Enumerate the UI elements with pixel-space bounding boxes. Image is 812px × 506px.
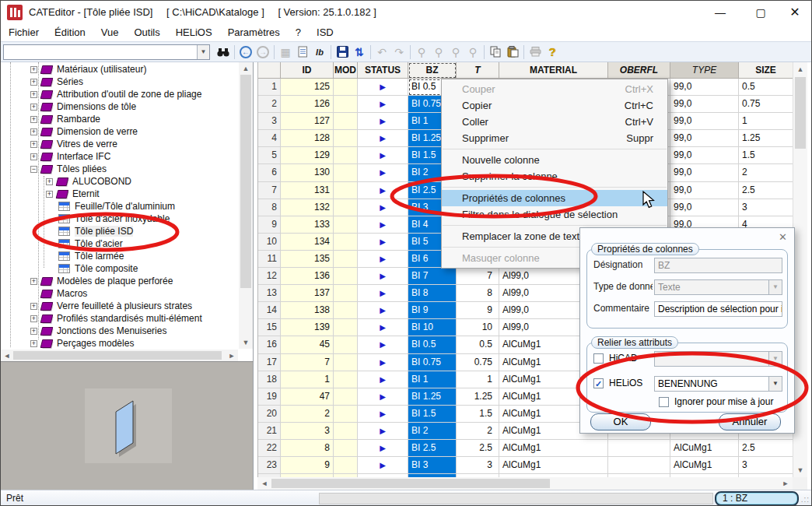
tree-item-t-le-d-acier-inoxydable[interactable]: Tôle d'acier inoxydable — [1, 213, 238, 225]
bz-cell[interactable]: BI 8 — [408, 285, 457, 302]
scroll-up-icon[interactable]: ▲ — [239, 65, 253, 72]
column-header-size[interactable]: SIZE — [739, 62, 793, 79]
mod-cell[interactable] — [334, 371, 358, 388]
type-cell[interactable]: 99,0 — [670, 147, 739, 164]
table-horizontal-scrollbar[interactable]: ◄ ► — [257, 477, 793, 490]
id-cell[interactable]: 131 — [281, 182, 334, 199]
column-header-num[interactable] — [258, 62, 281, 79]
id-cell[interactable]: 134 — [281, 234, 334, 251]
mod-cell[interactable] — [334, 79, 358, 96]
menu-item-fichier[interactable]: Fichier — [1, 24, 47, 41]
paste-icon[interactable] — [504, 44, 521, 60]
mod-cell[interactable] — [334, 302, 358, 319]
context-menu-item-coller[interactable]: CollerCtrl+V — [442, 114, 667, 130]
tree-item-rambarde[interactable]: +Rambarde — [1, 113, 238, 125]
scrollbar-thumb[interactable] — [795, 77, 806, 149]
context-menu-item-propri-t-s-de-colonnes[interactable]: Propriétés de colonnes — [442, 190, 667, 206]
expand-plus-icon[interactable]: + — [30, 128, 37, 135]
ignore-update-checkbox[interactable] — [659, 397, 669, 407]
expand-plus-icon[interactable]: + — [46, 191, 53, 198]
t-cell[interactable]: 2 — [457, 423, 499, 440]
scroll-up-icon[interactable]: ▲ — [793, 65, 807, 73]
status-cell[interactable]: ▶ — [358, 164, 408, 181]
find-binoculars-icon[interactable] — [215, 44, 232, 60]
t-cell[interactable]: 0.75 — [457, 354, 499, 371]
row-number-cell[interactable]: 4 — [258, 130, 281, 147]
id-cell[interactable]: 3 — [281, 423, 334, 440]
status-cell[interactable]: ▶ — [358, 406, 408, 423]
type-cell[interactable]: AlCuMg1 — [670, 457, 739, 474]
expand-plus-icon[interactable]: + — [30, 315, 37, 322]
mod-cell[interactable] — [334, 164, 358, 181]
menu-item-outils[interactable]: Outils — [126, 24, 167, 41]
t-cell[interactable]: 8 — [457, 285, 499, 302]
id-cell[interactable]: 129 — [281, 147, 334, 164]
minimize-button[interactable]: — — [707, 1, 733, 24]
comment-field[interactable]: Description de sélection pour inse — [654, 301, 782, 317]
tree-item-macros[interactable]: Macros — [1, 287, 238, 300]
status-cell[interactable]: ▶ — [358, 96, 408, 113]
tree-item-mod-les-de-plaque-perfor-e[interactable]: +Modèles de plaque perforée — [1, 275, 238, 287]
tree-item-vitres-de-verre[interactable]: +Vitres de verre — [1, 138, 238, 150]
id-cell[interactable]: 47 — [281, 388, 334, 406]
menu-item-?[interactable]: ? — [288, 24, 309, 41]
bz-cell[interactable]: BI 10 — [408, 319, 457, 336]
row-number-cell[interactable]: 6 — [258, 164, 281, 181]
row-number-cell[interactable]: 15 — [258, 319, 281, 336]
mod-cell[interactable] — [334, 285, 358, 302]
row-number-cell[interactable]: 22 — [258, 440, 281, 457]
context-menu-item-copier[interactable]: CopierCtrl+C — [442, 97, 667, 114]
status-cell[interactable]: ▶ — [358, 268, 408, 285]
expand-plus-icon[interactable]: + — [30, 278, 37, 285]
mod-cell[interactable] — [334, 130, 358, 147]
maximize-button[interactable]: ▢ — [747, 1, 774, 24]
helios-attribute-combobox[interactable]: BENENNUNG ▼ — [654, 376, 782, 392]
mod-cell[interactable] — [334, 147, 358, 164]
bz-cell[interactable]: BI 1 — [408, 371, 457, 388]
bz-cell[interactable]: BI 2 — [408, 423, 457, 440]
size-cell[interactable]: 0.75 — [739, 96, 793, 113]
row-number-cell[interactable]: 5 — [258, 147, 281, 164]
type-cell[interactable]: 99,0 — [670, 79, 739, 96]
material-cell[interactable]: AlCuMg1 — [499, 440, 608, 457]
t-cell[interactable]: 0.5 — [457, 336, 499, 353]
id-cell[interactable]: 139 — [281, 319, 334, 336]
tree-item-s-ries[interactable]: +Séries — [1, 76, 238, 88]
size-cell[interactable]: 3 — [739, 457, 793, 474]
scrollbar-thumb[interactable] — [271, 479, 550, 488]
tree-item-verre-feuillet-plusieurs-strates[interactable]: +Verre feuilleté à plusieurs strates — [1, 300, 238, 312]
tree-item-per-ages-mod-les[interactable]: +Perçages modèles — [1, 337, 238, 350]
menu-item-helios[interactable]: HELiOS — [168, 24, 220, 41]
tree-item-t-le-composite[interactable]: Tôle composite — [1, 262, 238, 275]
scrollbar-thumb[interactable] — [240, 75, 251, 288]
row-number-cell[interactable]: 2 — [258, 96, 281, 113]
context-menu-item-supprimer-la-colonne[interactable]: Supprimer la colonne — [442, 168, 667, 184]
size-cell[interactable]: 1.25 — [739, 130, 793, 147]
close-button[interactable]: ✕ — [782, 1, 808, 24]
tree-item-jonctions-des-menuiseries[interactable]: +Jonctions des Menuiseries — [1, 325, 238, 337]
status-cell[interactable]: ▶ — [358, 199, 408, 216]
scroll-down-icon[interactable]: ▼ — [239, 339, 253, 346]
mod-cell[interactable] — [334, 216, 358, 234]
id-cell[interactable]: 133 — [281, 216, 334, 234]
context-menu-item-filtre-dans-le-dialogue-de-s-lection[interactable]: Filtre dans le dialogue de sélection — [442, 206, 667, 223]
expand-plus-icon[interactable]: + — [30, 303, 37, 310]
size-cell[interactable]: 0.5 — [739, 79, 793, 96]
row-number-cell[interactable]: 19 — [258, 388, 281, 406]
size-cell[interactable]: 1 — [739, 113, 793, 130]
expand-plus-icon[interactable]: + — [30, 79, 37, 86]
tree-item-profil-s-standardis-s-multi-l-ment[interactable]: +Profilés standardisés multi-élément — [1, 312, 238, 325]
row-number-cell[interactable]: 9 — [258, 216, 281, 234]
row-number-cell[interactable]: 8 — [258, 199, 281, 216]
status-cell[interactable]: ▶ — [358, 182, 408, 199]
status-cell[interactable]: ▶ — [358, 113, 408, 130]
column-header-oberfl[interactable]: OBERFL — [608, 62, 670, 79]
save-icon[interactable] — [334, 44, 351, 60]
status-cell[interactable]: ▶ — [358, 371, 408, 388]
type-cell[interactable]: 99,0 — [670, 113, 739, 130]
mod-cell[interactable] — [334, 182, 358, 199]
context-menu-item-nouvelle-colonne[interactable]: Nouvelle colonne — [442, 152, 667, 168]
tree-item-alucobond[interactable]: +ALUCOBOND — [1, 175, 238, 188]
status-cell[interactable]: ▶ — [358, 251, 408, 268]
mod-cell[interactable] — [334, 457, 358, 474]
